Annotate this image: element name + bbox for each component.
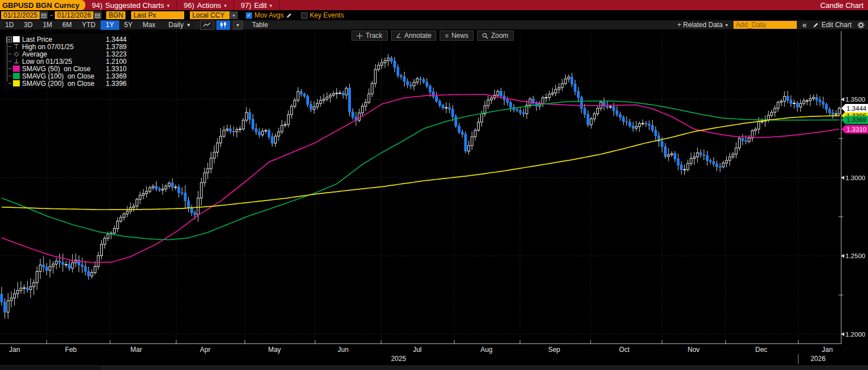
legend-value: 1.3396	[101, 80, 127, 88]
legend-swatch-icon	[13, 36, 20, 42]
annotate-button[interactable]: ∠ Annotate	[391, 31, 437, 41]
axes: 1.35001.30001.25001.2000JanFebMarAprMayJ…	[0, 31, 865, 364]
legend-row: SMAVG (50) on Close1.3310	[6, 65, 127, 72]
price-tag-value: 1.3444	[847, 105, 867, 112]
legend-high-marker-icon: ⊤	[13, 43, 20, 50]
y-axis-label: 1.3500	[845, 96, 865, 103]
bloomberg-terminal-window: GBPUSD BGN Curncy 94) Suggested Charts ▾…	[0, 0, 868, 370]
price-chart[interactable]: 1.35001.30001.25001.2000JanFebMarAprMayJ…	[0, 0, 868, 370]
y-axis-label: 1.3000	[845, 175, 865, 181]
legend-row: ⊤High on 07/01/251.3789	[6, 43, 127, 50]
moving-average-lines	[2, 94, 839, 263]
x-axis-month-label: Feb	[65, 346, 77, 354]
x-axis-month-label: Jan	[9, 346, 20, 354]
legend-tree-line	[8, 61, 11, 62]
legend-row: Last Price1.3444	[6, 36, 127, 43]
legend-label: SMAVG (50) on Close	[22, 65, 101, 73]
legend-value: 1.3223	[101, 50, 127, 58]
x-axis-month-label: Mar	[131, 346, 142, 354]
candlestick-series	[1, 54, 840, 319]
news-label: News	[452, 32, 468, 40]
legend-label: High on 07/01/25	[22, 43, 101, 51]
legend-label: Average	[22, 50, 101, 58]
track-label: Track	[366, 32, 383, 40]
news-icon: ≡	[445, 32, 448, 39]
crosshair-icon	[357, 33, 363, 39]
x-axis-month-label: Jan	[822, 346, 832, 354]
legend-label: Last Price	[22, 36, 101, 43]
legend-avg-marker-icon: ◇	[13, 51, 20, 57]
legend-tree-line	[7, 37, 7, 81]
legend-tree-line	[8, 46, 11, 47]
track-button[interactable]: Track	[351, 31, 388, 41]
legend-value: 1.3369	[101, 72, 127, 80]
status-strip-segment	[0, 366, 102, 370]
news-button[interactable]: ≡ News	[440, 31, 473, 41]
legend-swatch-icon	[13, 73, 20, 79]
legend-swatch-icon	[13, 66, 20, 72]
x-axis-month-label: Nov	[688, 346, 700, 354]
legend-swatch-icon	[13, 80, 20, 86]
annotate-icon: ∠	[396, 32, 402, 40]
magnifier-icon	[482, 33, 488, 39]
legend-tree-line	[8, 68, 11, 69]
ma-line	[2, 94, 839, 263]
ma-line	[2, 101, 839, 240]
legend-tree-line	[8, 83, 11, 84]
legend-label: SMAVG (100) on Close	[22, 72, 101, 80]
x-axis-month-label: May	[268, 346, 281, 354]
price-tag-value: 1.3310	[847, 126, 866, 133]
chart-toolbar: Track ∠ Annotate ≡ News Zoom	[351, 31, 514, 41]
legend-label: SMAVG (200) on Close	[22, 80, 101, 88]
legend-row: ◇Average1.3223	[6, 50, 127, 58]
x-axis-month-label: Jul	[413, 346, 422, 354]
legend-value: 1.2100	[101, 58, 127, 66]
legend-value: 1.3444	[101, 36, 127, 43]
x-axis-month-label: Dec	[756, 346, 767, 354]
x-axis-month-label: Aug	[480, 346, 492, 354]
legend-label: Low on 01/13/25	[22, 58, 101, 66]
legend-row: SMAVG (200) on Close1.3396	[6, 80, 127, 87]
y-axis-label: 1.2500	[845, 253, 865, 259]
annotate-label: Annotate	[404, 32, 431, 40]
x-axis-year-label: 2025	[391, 355, 406, 363]
zoom-label: Zoom	[491, 32, 509, 40]
price-tag-value: 1.3369	[847, 116, 866, 123]
y-axis-label: 1.2000	[845, 331, 865, 338]
legend-value: 1.3310	[101, 65, 127, 73]
x-axis-month-label: Oct	[619, 346, 630, 354]
x-axis-year-label: 2026	[810, 355, 826, 363]
legend-tree-line	[8, 76, 11, 76]
x-axis-month-label: Sep	[548, 346, 561, 354]
chart-legend: Last Price1.3444⊤High on 07/01/251.3789◇…	[4, 34, 129, 89]
legend-row: SMAVG (100) on Close1.3369	[6, 72, 127, 80]
legend-low-marker-icon: ⊥	[13, 58, 20, 64]
price-axis-tags: 1.33961.34441.33691.3310	[841, 104, 868, 133]
status-strip	[0, 365, 868, 370]
x-axis-month-label: Jun	[337, 346, 348, 354]
legend-row: ⊥Low on 01/13/251.2100	[6, 58, 127, 65]
zoom-button[interactable]: Zoom	[477, 31, 514, 41]
x-axis-month-label: Apr	[200, 346, 211, 354]
legend-tree-line	[8, 54, 11, 54]
legend-value: 1.3789	[101, 43, 127, 51]
